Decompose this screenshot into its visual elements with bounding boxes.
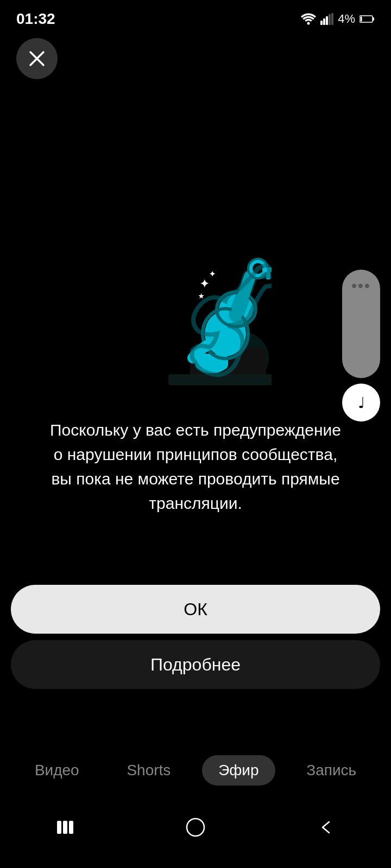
nav-item-zapis[interactable]: Запись [290, 755, 373, 786]
side-controls: ••• ♩ [342, 270, 380, 422]
svg-point-0 [307, 22, 310, 25]
wifi-icon [301, 13, 316, 25]
svg-rect-3 [326, 16, 328, 25]
recents-button[interactable] [49, 811, 81, 844]
nav-label-video: Видео [35, 762, 79, 779]
home-button[interactable] [179, 811, 212, 844]
nav-item-shorts[interactable]: Shorts [110, 755, 187, 786]
system-nav-bar [0, 797, 391, 868]
svg-rect-2 [323, 18, 325, 25]
music-icon: ♩ [358, 394, 365, 412]
svg-rect-7 [361, 17, 362, 22]
svg-rect-5 [331, 13, 333, 25]
svg-rect-29 [63, 821, 67, 834]
music-button[interactable]: ♩ [342, 384, 380, 422]
svg-text:★: ★ [198, 292, 204, 300]
nav-label-shorts: Shorts [127, 762, 171, 779]
svg-rect-30 [69, 821, 73, 834]
community-warning-message: Поскольку у вас есть предупреждение о на… [43, 418, 348, 515]
recents-icon [56, 820, 74, 835]
back-button[interactable] [310, 811, 342, 844]
signal-icon [320, 13, 333, 25]
bottom-nav: Видео Shorts Эфир Запись [0, 743, 391, 797]
battery-icon [360, 15, 375, 23]
nav-label-efir: Эфир [218, 762, 258, 779]
buttons-area: ОК Подробнее [0, 585, 391, 689]
nav-label-zapis: Запись [306, 762, 356, 779]
svg-rect-1 [320, 21, 323, 25]
illustration-container: ✦ ✦ ★ [119, 228, 272, 391]
back-icon [318, 820, 333, 835]
nav-item-efir[interactable]: Эфир [202, 755, 275, 786]
ok-button[interactable]: ОК [11, 585, 380, 634]
svg-point-31 [187, 819, 204, 836]
status-bar: 01:32 4% [0, 0, 391, 33]
volume-slider[interactable]: ••• [342, 270, 380, 378]
home-icon [186, 818, 205, 837]
volume-dots-icon: ••• [351, 277, 370, 295]
svg-text:✦: ✦ [209, 270, 216, 278]
status-time: 01:32 [16, 10, 55, 28]
svg-text:✦: ✦ [200, 278, 209, 290]
battery-text: 4% [338, 12, 355, 26]
svg-rect-4 [329, 14, 331, 25]
nav-item-video[interactable]: Видео [18, 755, 96, 786]
status-icons: 4% [301, 12, 375, 26]
svg-rect-8 [373, 17, 374, 21]
learn-more-button[interactable]: Подробнее [11, 640, 380, 689]
violation-illustration: ✦ ✦ ★ [119, 228, 272, 391]
svg-rect-28 [57, 821, 61, 834]
